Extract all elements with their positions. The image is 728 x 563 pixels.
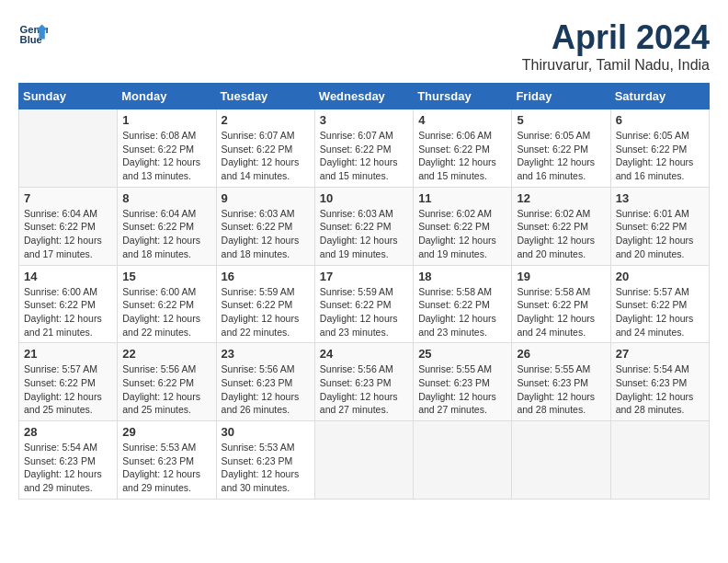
- day-info: Sunrise: 5:56 AM Sunset: 6:22 PM Dayligh…: [122, 362, 210, 417]
- day-info: Sunrise: 5:58 AM Sunset: 6:22 PM Dayligh…: [418, 285, 506, 339]
- day-info: Sunrise: 5:59 AM Sunset: 6:22 PM Dayligh…: [222, 285, 310, 339]
- title-block: April 2024 Thiruvarur, Tamil Nadu, India: [522, 18, 710, 74]
- calendar-cell: 4Sunrise: 6:06 AM Sunset: 6:22 PM Daylig…: [414, 109, 512, 188]
- calendar-cell: 19Sunrise: 5:58 AM Sunset: 6:22 PM Dayli…: [512, 265, 610, 343]
- day-number: 12: [517, 191, 605, 205]
- calendar-cell: 5Sunrise: 6:05 AM Sunset: 6:22 PM Daylig…: [512, 109, 610, 188]
- calendar-week-row: 1Sunrise: 6:08 AM Sunset: 6:22 PM Daylig…: [19, 109, 710, 188]
- day-info: Sunrise: 6:07 AM Sunset: 6:22 PM Dayligh…: [320, 129, 408, 183]
- calendar-week-row: 21Sunrise: 5:57 AM Sunset: 6:22 PM Dayli…: [19, 343, 710, 421]
- calendar-cell: 30Sunrise: 5:53 AM Sunset: 6:23 PM Dayli…: [216, 421, 314, 500]
- month-year-title: April 2024: [522, 18, 710, 57]
- calendar-cell: 14Sunrise: 6:00 AM Sunset: 6:22 PM Dayli…: [19, 265, 118, 343]
- calendar-cell: [414, 421, 512, 500]
- calendar-cell: 6Sunrise: 6:05 AM Sunset: 6:22 PM Daylig…: [610, 109, 709, 188]
- day-number: 10: [320, 191, 408, 205]
- calendar-cell: 18Sunrise: 5:58 AM Sunset: 6:22 PM Dayli…: [414, 265, 512, 343]
- calendar-cell: 20Sunrise: 5:57 AM Sunset: 6:22 PM Dayli…: [610, 265, 709, 343]
- day-info: Sunrise: 5:54 AM Sunset: 6:23 PM Dayligh…: [616, 362, 704, 417]
- day-info: Sunrise: 6:05 AM Sunset: 6:22 PM Dayligh…: [517, 129, 605, 183]
- calendar-cell: 16Sunrise: 5:59 AM Sunset: 6:22 PM Dayli…: [216, 265, 314, 343]
- day-number: 30: [222, 425, 310, 439]
- day-info: Sunrise: 6:01 AM Sunset: 6:22 PM Dayligh…: [616, 207, 704, 261]
- day-info: Sunrise: 5:55 AM Sunset: 6:23 PM Dayligh…: [517, 362, 605, 417]
- weekday-header-friday: Friday: [512, 84, 610, 109]
- day-number: 25: [418, 347, 506, 361]
- day-number: 19: [517, 270, 605, 283]
- calendar-cell: 13Sunrise: 6:01 AM Sunset: 6:22 PM Dayli…: [610, 187, 709, 265]
- day-info: Sunrise: 5:55 AM Sunset: 6:23 PM Dayligh…: [418, 362, 506, 417]
- calendar-cell: 7Sunrise: 6:04 AM Sunset: 6:22 PM Daylig…: [19, 187, 118, 265]
- calendar-cell: 26Sunrise: 5:55 AM Sunset: 6:23 PM Dayli…: [512, 343, 610, 421]
- day-info: Sunrise: 6:06 AM Sunset: 6:22 PM Dayligh…: [418, 129, 506, 183]
- weekday-header-sunday: Sunday: [19, 84, 118, 109]
- calendar-cell: 29Sunrise: 5:53 AM Sunset: 6:23 PM Dayli…: [118, 421, 216, 500]
- day-info: Sunrise: 6:02 AM Sunset: 6:22 PM Dayligh…: [418, 207, 506, 261]
- day-info: Sunrise: 5:57 AM Sunset: 6:22 PM Dayligh…: [616, 285, 704, 339]
- calendar-cell: 8Sunrise: 6:04 AM Sunset: 6:22 PM Daylig…: [118, 187, 216, 265]
- calendar-cell: 23Sunrise: 5:56 AM Sunset: 6:23 PM Dayli…: [216, 343, 314, 421]
- logo: General Blue: [18, 18, 48, 48]
- day-info: Sunrise: 6:05 AM Sunset: 6:22 PM Dayligh…: [616, 129, 704, 183]
- day-info: Sunrise: 5:54 AM Sunset: 6:23 PM Dayligh…: [24, 441, 112, 495]
- day-info: Sunrise: 6:07 AM Sunset: 6:22 PM Dayligh…: [222, 129, 310, 183]
- calendar-cell: 12Sunrise: 6:02 AM Sunset: 6:22 PM Dayli…: [512, 187, 610, 265]
- logo-icon: General Blue: [18, 18, 48, 48]
- calendar-cell: 15Sunrise: 6:00 AM Sunset: 6:22 PM Dayli…: [118, 265, 216, 343]
- svg-text:Blue: Blue: [20, 34, 42, 45]
- calendar-week-row: 28Sunrise: 5:54 AM Sunset: 6:23 PM Dayli…: [19, 421, 710, 500]
- day-number: 21: [24, 347, 112, 361]
- calendar-cell: 9Sunrise: 6:03 AM Sunset: 6:22 PM Daylig…: [216, 187, 314, 265]
- day-number: 13: [616, 191, 704, 205]
- day-info: Sunrise: 5:53 AM Sunset: 6:23 PM Dayligh…: [222, 441, 310, 495]
- day-number: 11: [418, 191, 506, 205]
- day-number: 18: [418, 270, 506, 283]
- day-number: 24: [320, 347, 408, 361]
- calendar-cell: 21Sunrise: 5:57 AM Sunset: 6:22 PM Dayli…: [19, 343, 118, 421]
- day-info: Sunrise: 6:08 AM Sunset: 6:22 PM Dayligh…: [122, 129, 210, 183]
- calendar-cell: [19, 109, 118, 188]
- day-number: 8: [122, 191, 210, 205]
- day-info: Sunrise: 5:57 AM Sunset: 6:22 PM Dayligh…: [24, 362, 112, 417]
- day-number: 26: [517, 347, 605, 361]
- day-info: Sunrise: 6:00 AM Sunset: 6:22 PM Dayligh…: [122, 285, 210, 339]
- weekday-header-monday: Monday: [118, 84, 216, 109]
- location-subtitle: Thiruvarur, Tamil Nadu, India: [522, 57, 710, 74]
- calendar-cell: [610, 421, 709, 500]
- calendar-cell: [314, 421, 413, 500]
- calendar-cell: 3Sunrise: 6:07 AM Sunset: 6:22 PM Daylig…: [314, 109, 413, 188]
- day-number: 9: [222, 191, 310, 205]
- calendar-week-row: 7Sunrise: 6:04 AM Sunset: 6:22 PM Daylig…: [19, 187, 710, 265]
- day-number: 22: [122, 347, 210, 361]
- day-number: 20: [616, 270, 704, 283]
- weekday-header-thursday: Thursday: [414, 84, 512, 109]
- calendar-cell: 17Sunrise: 5:59 AM Sunset: 6:22 PM Dayli…: [314, 265, 413, 343]
- day-info: Sunrise: 6:00 AM Sunset: 6:22 PM Dayligh…: [24, 285, 112, 339]
- day-number: 16: [222, 270, 310, 283]
- weekday-header-row: SundayMondayTuesdayWednesdayThursdayFrid…: [19, 84, 710, 109]
- day-info: Sunrise: 6:04 AM Sunset: 6:22 PM Dayligh…: [122, 207, 210, 261]
- day-number: 15: [122, 270, 210, 283]
- day-info: Sunrise: 5:58 AM Sunset: 6:22 PM Dayligh…: [517, 285, 605, 339]
- day-number: 4: [418, 113, 506, 127]
- day-number: 7: [24, 191, 112, 205]
- day-number: 28: [24, 425, 112, 439]
- day-info: Sunrise: 6:03 AM Sunset: 6:22 PM Dayligh…: [320, 207, 408, 261]
- calendar-cell: 1Sunrise: 6:08 AM Sunset: 6:22 PM Daylig…: [118, 109, 216, 188]
- calendar-cell: 10Sunrise: 6:03 AM Sunset: 6:22 PM Dayli…: [314, 187, 413, 265]
- day-number: 2: [222, 113, 310, 127]
- day-number: 14: [24, 270, 112, 283]
- day-info: Sunrise: 6:02 AM Sunset: 6:22 PM Dayligh…: [517, 207, 605, 261]
- weekday-header-tuesday: Tuesday: [216, 84, 314, 109]
- calendar-table: SundayMondayTuesdayWednesdayThursdayFrid…: [18, 83, 710, 500]
- day-number: 6: [616, 113, 704, 127]
- calendar-cell: 25Sunrise: 5:55 AM Sunset: 6:23 PM Dayli…: [414, 343, 512, 421]
- day-info: Sunrise: 6:03 AM Sunset: 6:22 PM Dayligh…: [222, 207, 310, 261]
- page-header: General Blue April 2024 Thiruvarur, Tami…: [18, 18, 710, 74]
- day-number: 3: [320, 113, 408, 127]
- day-number: 1: [122, 113, 210, 127]
- day-info: Sunrise: 5:56 AM Sunset: 6:23 PM Dayligh…: [320, 362, 408, 417]
- day-number: 5: [517, 113, 605, 127]
- day-info: Sunrise: 6:04 AM Sunset: 6:22 PM Dayligh…: [24, 207, 112, 261]
- day-info: Sunrise: 5:59 AM Sunset: 6:22 PM Dayligh…: [320, 285, 408, 339]
